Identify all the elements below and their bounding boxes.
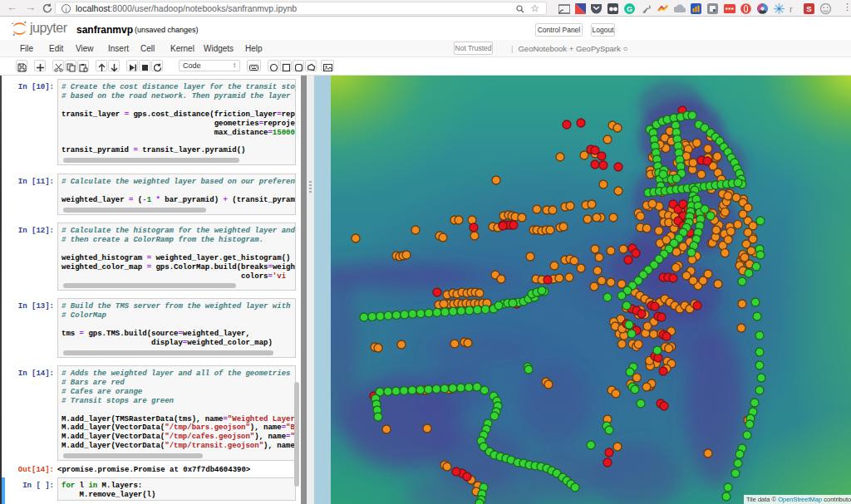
svg-text:S: S [806,4,811,13]
svg-text:G: G [627,5,632,13]
svg-text:r: r [790,4,793,14]
svg-text:Tile data © OpenStreetMap cont: Tile data © OpenStreetMap contributors [746,496,851,503]
